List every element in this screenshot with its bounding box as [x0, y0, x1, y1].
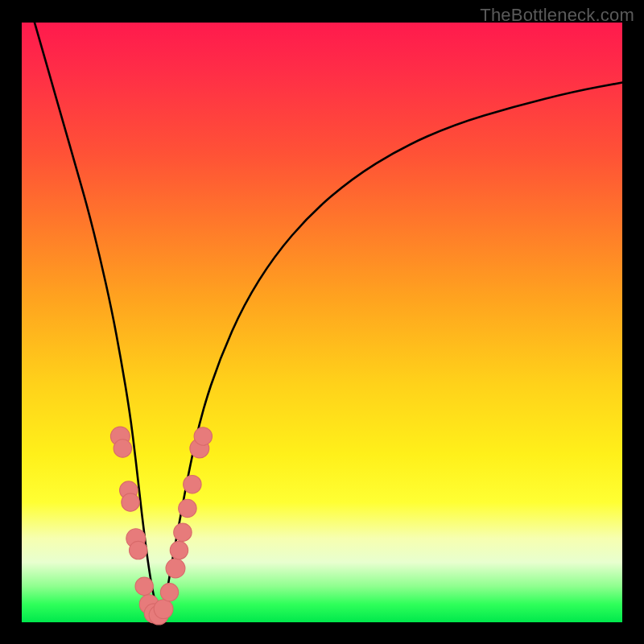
- plot-area: [22, 23, 622, 622]
- data-marker: [194, 427, 212, 445]
- data-marker: [130, 541, 147, 559]
- data-marker: [184, 475, 201, 493]
- bottleneck-curve: [27, 0, 622, 612]
- data-marker: [170, 541, 188, 559]
- data-marker: [160, 584, 178, 601]
- data-marker: [166, 559, 185, 578]
- data-marker: [135, 577, 153, 595]
- data-marker: [122, 493, 139, 511]
- data-marker: [179, 499, 196, 517]
- data-marker: [174, 523, 192, 541]
- data-marker: [114, 440, 131, 457]
- curve-svg: [22, 23, 622, 622]
- chart-frame: TheBottleneck.com: [0, 0, 644, 644]
- watermark-text: TheBottleneck.com: [480, 5, 634, 26]
- data-marker: [154, 600, 173, 619]
- data-markers: [110, 427, 212, 625]
